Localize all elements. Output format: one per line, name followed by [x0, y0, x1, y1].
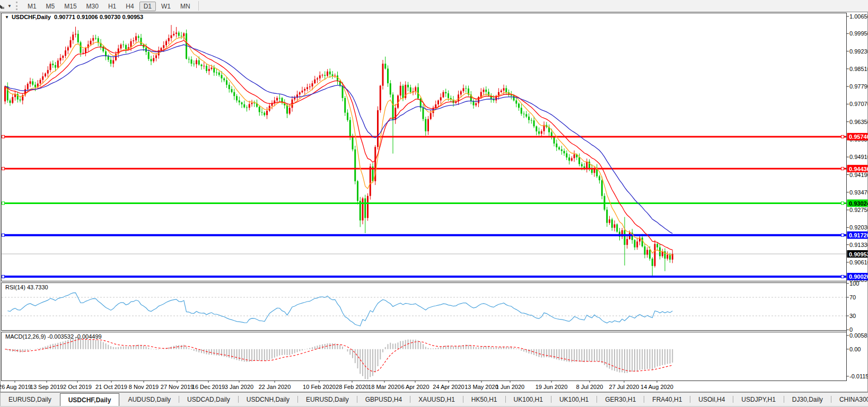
chart-tab-usdcnh-daily[interactable]: USDCNH,Daily — [239, 393, 297, 406]
candle-body — [50, 64, 51, 70]
candle-body — [233, 92, 235, 96]
level-anchor-marker[interactable] — [2, 234, 5, 236]
level-anchor-marker[interactable] — [841, 167, 844, 170]
candle-body — [581, 164, 583, 166]
candle-body — [279, 98, 280, 99]
time-axis-label: 3 Jan 2020 — [225, 384, 253, 390]
candle-body — [347, 113, 348, 120]
macd-pane — [2, 332, 847, 381]
chart-tab-usdchf-daily[interactable]: USDCHF,Daily — [60, 393, 120, 406]
price-axis-tick-label: 0.94190 — [849, 172, 868, 178]
level-anchor-marker[interactable] — [841, 135, 844, 138]
candle-body — [120, 45, 122, 48]
candle-body — [135, 36, 137, 40]
chart-tab-hk50-h1[interactable]: HK50,H1 — [463, 393, 505, 406]
rsi-axis-tick-label: 100 — [849, 280, 859, 287]
chart-canvas[interactable]: 1.006500.999500.992300.985100.977900.970… — [0, 12, 868, 392]
candle-body — [42, 76, 43, 80]
timeframe-button-h4[interactable]: H4 — [121, 2, 138, 11]
level-anchor-marker[interactable] — [2, 167, 5, 170]
candle-body — [62, 56, 64, 58]
candle-body — [475, 103, 477, 105]
candle-body — [354, 149, 356, 181]
candle-body — [349, 120, 351, 136]
candle-body — [367, 196, 369, 218]
price-axis-tick-label: 0.96350 — [849, 119, 868, 125]
level-anchor-marker[interactable] — [2, 275, 5, 278]
chart-tab-ger30-h1[interactable]: GER30,H1 — [597, 393, 644, 406]
candle-body — [357, 181, 358, 201]
candle-body — [45, 74, 46, 76]
level-anchor-marker[interactable] — [2, 135, 5, 138]
candle-body — [302, 91, 303, 92]
chart-tab-gbpusd-h4[interactable]: GBPUSD,H4 — [357, 393, 410, 406]
timeframe-buttons: M1M5M15M30H1H4D1W1MN — [23, 1, 195, 11]
candle-body — [27, 84, 29, 89]
chart-tab-xauusd-h1[interactable]: XAUUSD,H1 — [410, 393, 463, 406]
level-anchor-marker[interactable] — [841, 275, 844, 278]
price-axis-tick-label: 0.99230 — [849, 48, 868, 55]
candle-body — [52, 64, 54, 65]
candle-body — [90, 41, 92, 45]
candle-body — [314, 79, 315, 83]
candle-body — [319, 75, 321, 78]
candle-body — [289, 108, 291, 113]
candle-body — [352, 136, 354, 149]
candle-body — [306, 87, 308, 89]
candle-body — [239, 101, 240, 103]
level-anchor-marker[interactable] — [841, 202, 844, 205]
candle-body — [382, 64, 384, 86]
candle-body — [70, 40, 72, 47]
candle-body — [95, 38, 97, 39]
timeframe-button-m5[interactable]: M5 — [42, 2, 59, 11]
chart-tab-uk100-h1[interactable]: UK100,H1 — [506, 393, 551, 406]
dropdown-caret-icon[interactable]: ▼ — [7, 4, 12, 8]
price-axis-tick-label: 0.92030 — [849, 224, 868, 231]
candle-body — [327, 72, 328, 76]
rsi-pane — [2, 283, 847, 331]
candle-body — [513, 96, 515, 101]
candle-body — [243, 104, 245, 108]
candle-body — [163, 45, 164, 48]
candle-body — [171, 36, 172, 38]
level-anchor-marker[interactable] — [841, 234, 844, 236]
rsi-axis-tick-label: 30 — [849, 313, 856, 319]
candle-body — [460, 91, 462, 94]
timeframe-button-mn[interactable]: MN — [176, 2, 195, 11]
candle-body — [344, 98, 346, 113]
candle-body — [505, 88, 507, 92]
drawing-tool-icon[interactable] — [0, 2, 6, 10]
chart-tab-eurusd-daily[interactable]: EURUSD,Daily — [1, 393, 59, 406]
chart-tab-eurusd-daily[interactable]: EURUSD,Daily — [298, 393, 357, 406]
chart-tab-uk100-h1[interactable]: UK100,H1 — [551, 393, 597, 406]
candle-body — [110, 60, 112, 64]
level-anchor-marker[interactable] — [2, 202, 5, 205]
time-axis-label: 6 Apr 2020 — [401, 384, 429, 390]
time-axis-label: 13 Sep 2019 — [30, 384, 63, 390]
candle-body — [231, 89, 233, 92]
timeframe-button-m1[interactable]: M1 — [23, 2, 41, 11]
chart-tab-usdcad-daily[interactable]: USDCAD,Daily — [179, 393, 238, 406]
candle-body — [601, 180, 603, 196]
candle-body — [652, 259, 653, 266]
candle-body — [249, 104, 250, 108]
timeframe-button-d1[interactable]: D1 — [139, 2, 156, 11]
chart-tab-bar: EURUSD,DailyUSDCHF,DailyAUDUSD,DailyUSDC… — [0, 392, 868, 406]
timeframe-button-m15[interactable]: M15 — [60, 2, 81, 11]
timeframe-button-m30[interactable]: M30 — [82, 2, 103, 11]
candle-body — [216, 73, 217, 73]
candle-body — [425, 119, 426, 131]
chart-tab-dj30-daily[interactable]: DJ30,Daily — [784, 393, 831, 406]
candle-body — [664, 251, 666, 259]
chart-tab-china300-h1[interactable]: CHINA300,H1 — [831, 393, 868, 406]
timeframe-button-h1[interactable]: H1 — [104, 2, 120, 11]
chart-tab-fra40-h1[interactable]: FRA40,H1 — [644, 393, 690, 406]
timeframe-button-w1[interactable]: W1 — [157, 2, 175, 11]
candle-body — [614, 224, 616, 227]
chart-tab-usoil-h4[interactable]: USOil,H4 — [690, 393, 733, 406]
candle-body — [636, 242, 638, 247]
chart-tab-usdjpy-h1[interactable]: USDJPY,H1 — [733, 393, 783, 406]
chart-tab-audusd-daily[interactable]: AUDUSD,Daily — [120, 393, 179, 406]
candle-body — [226, 81, 227, 85]
level-price-badge-text: 0.90026 — [849, 273, 868, 280]
